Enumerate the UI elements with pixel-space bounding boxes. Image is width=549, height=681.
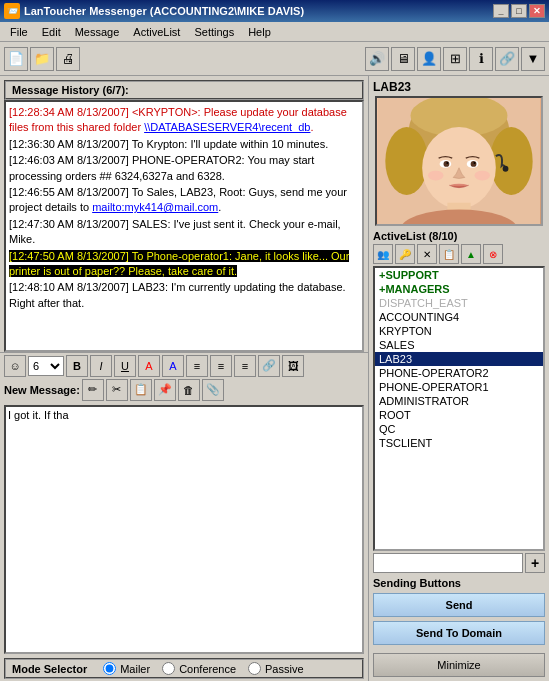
mode-conference-radio[interactable] — [162, 662, 175, 675]
input-toolbar-row2: New Message: ✏ ✂ 📋 📌 🗑 📎 — [0, 379, 368, 403]
menu-message[interactable]: Message — [69, 23, 126, 41]
toolbar-speaker-btn[interactable]: 🔊 — [365, 47, 389, 71]
msg-item-4: [12:46:55 AM 8/13/2007] To Sales, LAB23,… — [9, 185, 359, 216]
message-input[interactable]: I got it. If tha — [4, 405, 364, 655]
menu-activelist[interactable]: ActiveList — [127, 23, 186, 41]
toolbar-print-btn[interactable]: 🖨 — [56, 47, 80, 71]
input-btn-paste[interactable]: 📌 — [154, 379, 176, 401]
sending-section: Sending Buttons Send Send To Domain Mini… — [373, 577, 545, 677]
input-btn-smiley[interactable]: ☺ — [4, 355, 26, 377]
al-item-qc[interactable]: QC — [375, 422, 543, 436]
close-window-btn[interactable]: ✕ — [529, 4, 545, 18]
minimize-button[interactable]: Minimize — [373, 653, 545, 677]
toolbar-window-btn[interactable]: ⊞ — [443, 47, 467, 71]
app-icon: 📨 — [4, 3, 20, 19]
input-btn-italic[interactable]: I — [90, 355, 112, 377]
menu-help[interactable]: Help — [242, 23, 277, 41]
title-bar: 📨 LanToucher Messenger (ACCOUNTING2\MIKE… — [0, 0, 549, 22]
input-btn-align-right[interactable]: ≡ — [234, 355, 256, 377]
mode-mailer-label: Mailer — [120, 663, 150, 675]
msg-link-1[interactable]: \\DATABASESERVER4\recent_db — [144, 121, 310, 133]
input-btn-copy[interactable]: 📋 — [130, 379, 152, 401]
mode-selector: Mode Selector Mailer Conference Passive — [4, 658, 364, 679]
input-btn-attach[interactable]: 📎 — [202, 379, 224, 401]
menu-settings[interactable]: Settings — [188, 23, 240, 41]
al-item-lab23[interactable]: LAB23 — [375, 352, 543, 366]
msg-item-3: [12:46:03 AM 8/13/2007] PHONE-OPERATOR2:… — [9, 153, 359, 184]
input-btn-color-blue[interactable]: A — [162, 355, 184, 377]
search-input[interactable] — [373, 553, 523, 573]
svg-point-2 — [385, 127, 428, 195]
toolbar-left: 📄 📁 🖨 — [4, 47, 80, 71]
al-item-krypton[interactable]: KRYPTON — [375, 324, 543, 338]
input-btn-align-center[interactable]: ≡ — [210, 355, 232, 377]
al-btn-5[interactable]: ▲ — [461, 244, 481, 264]
al-item-dispatch-east[interactable]: DISPATCH_EAST — [375, 296, 543, 310]
mode-passive-radio[interactable] — [248, 662, 261, 675]
msg-item-1: [12:28:34 AM 8/13/2007] <KRYPTON>: Pleas… — [9, 105, 359, 136]
toolbar-user-btn[interactable]: 👤 — [417, 47, 441, 71]
al-item-tsclient[interactable]: TSCLIENT — [375, 436, 543, 450]
msg-history[interactable]: [12:28:34 AM 8/13/2007] <KRYPTON>: Pleas… — [4, 100, 364, 352]
mode-conference[interactable]: Conference — [162, 662, 236, 675]
svg-point-12 — [446, 162, 448, 164]
al-btn-1[interactable]: 👥 — [373, 244, 393, 264]
al-item-sales[interactable]: SALES — [375, 338, 543, 352]
al-btn-4[interactable]: 📋 — [439, 244, 459, 264]
menu-bar: File Edit Message ActiveList Settings He… — [0, 22, 549, 42]
mode-mailer-radio[interactable] — [103, 662, 116, 675]
al-item-managers[interactable]: +MANAGERS — [375, 282, 543, 296]
toolbar-new-btn[interactable]: 📄 — [4, 47, 28, 71]
al-item-support[interactable]: +SUPPORT — [375, 268, 543, 282]
mode-mailer[interactable]: Mailer — [103, 662, 150, 675]
svg-point-13 — [474, 162, 476, 164]
al-item-phone-op1[interactable]: PHONE-OPERATOR1 — [375, 380, 543, 394]
msg-item-5: [12:47:30 AM 8/13/2007] SALES: I've just… — [9, 217, 359, 248]
input-btn-color-red[interactable]: A — [138, 355, 160, 377]
activelist-toolbar: 👥 🔑 ✕ 📋 ▲ ⊗ — [373, 244, 545, 264]
input-btn-link[interactable]: 🔗 — [258, 355, 280, 377]
svg-point-3 — [490, 127, 533, 195]
mode-passive[interactable]: Passive — [248, 662, 304, 675]
input-btn-align-left[interactable]: ≡ — [186, 355, 208, 377]
toolbar-network-btn[interactable]: 🔗 — [495, 47, 519, 71]
search-add-btn[interactable]: + — [525, 553, 545, 573]
toolbar-open-btn[interactable]: 📁 — [30, 47, 54, 71]
al-item-phone-op2[interactable]: PHONE-OPERATOR2 — [375, 366, 543, 380]
new-message-label: New Message: — [4, 384, 80, 396]
al-btn-3[interactable]: ✕ — [417, 244, 437, 264]
activelist-header: ActiveList (8/10) — [373, 230, 545, 242]
user-photo-section: LAB23 — [373, 80, 545, 226]
menu-file[interactable]: File — [4, 23, 34, 41]
mode-passive-label: Passive — [265, 663, 304, 675]
input-btn-bold[interactable]: B — [66, 355, 88, 377]
al-item-accounting4[interactable]: ACCOUNTING4 — [375, 310, 543, 324]
input-btn-edit[interactable]: ✏ — [82, 379, 104, 401]
toolbar-monitor-btn[interactable]: 🖥 — [391, 47, 415, 71]
maximize-window-btn[interactable]: □ — [511, 4, 527, 18]
font-size-select[interactable]: 67891012 — [28, 356, 64, 376]
svg-point-14 — [428, 171, 444, 181]
input-btn-cut[interactable]: ✂ — [106, 379, 128, 401]
send-button[interactable]: Send — [373, 593, 545, 617]
al-btn-2[interactable]: 🔑 — [395, 244, 415, 264]
minimize-window-btn[interactable]: _ — [493, 4, 509, 18]
send-to-domain-button[interactable]: Send To Domain — [373, 621, 545, 645]
svg-point-10 — [443, 161, 449, 167]
title-buttons: _ □ ✕ — [493, 4, 545, 18]
menu-edit[interactable]: Edit — [36, 23, 67, 41]
input-btn-underline[interactable]: U — [114, 355, 136, 377]
toolbar-dropdown-btn[interactable]: ▼ — [521, 47, 545, 71]
al-item-administrator[interactable]: ADMINISTRATOR — [375, 394, 543, 408]
msg-history-header: Message History (6/7): — [4, 80, 364, 100]
activelist-section: ActiveList (8/10) 👥 🔑 ✕ 📋 ▲ ⊗ +SUPPORT +… — [373, 230, 545, 573]
input-btn-image[interactable]: 🖼 — [282, 355, 304, 377]
input-btn-clear[interactable]: 🗑 — [178, 379, 200, 401]
al-btn-6[interactable]: ⊗ — [483, 244, 503, 264]
activelist-list[interactable]: +SUPPORT +MANAGERS DISPATCH_EAST ACCOUNT… — [373, 266, 545, 551]
toolbar-info-btn[interactable]: ℹ — [469, 47, 493, 71]
user-photo — [375, 96, 543, 226]
left-panel: Message History (6/7): [12:28:34 AM 8/13… — [0, 76, 369, 681]
msg-link-2[interactable]: mailto:myk414@mail.com — [92, 201, 218, 213]
al-item-root[interactable]: ROOT — [375, 408, 543, 422]
